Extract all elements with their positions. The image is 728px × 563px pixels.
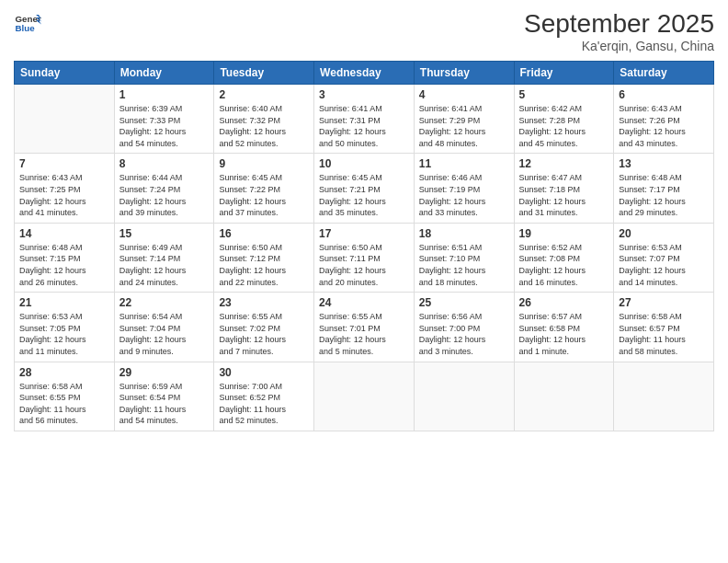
location: Ka'erqin, Gansu, China (524, 39, 714, 53)
calendar-day: 13Sunrise: 6:48 AMSunset: 7:17 PMDayligh… (614, 154, 714, 223)
calendar-day: 10Sunrise: 6:45 AMSunset: 7:21 PMDayligh… (314, 154, 415, 223)
calendar-day: 29Sunrise: 6:59 AMSunset: 6:54 PMDayligh… (114, 362, 214, 431)
day-info: Sunrise: 6:56 AMSunset: 7:00 PMDaylight:… (419, 311, 509, 357)
calendar-day: 28Sunrise: 6:58 AMSunset: 6:55 PMDayligh… (15, 362, 115, 431)
day-info: Sunrise: 6:58 AMSunset: 6:55 PMDaylight:… (19, 381, 109, 427)
day-number: 18 (419, 227, 509, 240)
header-monday: Monday (114, 62, 214, 85)
day-number: 21 (19, 296, 109, 309)
calendar-day: 6Sunrise: 6:43 AMSunset: 7:26 PMDaylight… (614, 85, 714, 154)
day-info: Sunrise: 6:42 AMSunset: 7:28 PMDaylight:… (519, 103, 609, 149)
calendar-day: 16Sunrise: 6:50 AMSunset: 7:12 PMDayligh… (214, 223, 314, 292)
day-info: Sunrise: 6:50 AMSunset: 7:12 PMDaylight:… (219, 242, 309, 288)
title-block: September 2025 Ka'erqin, Gansu, China (524, 9, 714, 53)
day-number: 26 (519, 296, 609, 309)
header-sunday: Sunday (15, 62, 115, 85)
day-number: 5 (519, 88, 609, 101)
day-number: 4 (419, 88, 509, 101)
calendar-header-row: Sunday Monday Tuesday Wednesday Thursday… (15, 62, 714, 85)
calendar-day: 14Sunrise: 6:48 AMSunset: 7:15 PMDayligh… (15, 223, 115, 292)
calendar-day: 9Sunrise: 6:45 AMSunset: 7:22 PMDaylight… (214, 154, 314, 223)
day-info: Sunrise: 6:46 AMSunset: 7:19 PMDaylight:… (419, 172, 509, 218)
calendar-day (514, 362, 614, 431)
calendar-week-1: 1Sunrise: 6:39 AMSunset: 7:33 PMDaylight… (15, 85, 714, 154)
day-info: Sunrise: 6:47 AMSunset: 7:18 PMDaylight:… (519, 172, 609, 218)
day-info: Sunrise: 6:48 AMSunset: 7:15 PMDaylight:… (19, 242, 109, 288)
day-info: Sunrise: 6:53 AMSunset: 7:07 PMDaylight:… (619, 242, 709, 288)
day-number: 15 (119, 227, 210, 240)
calendar-day: 18Sunrise: 6:51 AMSunset: 7:10 PMDayligh… (414, 223, 514, 292)
day-info: Sunrise: 6:54 AMSunset: 7:04 PMDaylight:… (119, 311, 210, 357)
day-info: Sunrise: 6:48 AMSunset: 7:17 PMDaylight:… (619, 172, 709, 218)
day-number: 22 (119, 296, 210, 309)
day-number: 23 (219, 296, 309, 309)
day-number: 20 (619, 227, 709, 240)
day-info: Sunrise: 6:44 AMSunset: 7:24 PMDaylight:… (119, 172, 210, 218)
calendar-day: 15Sunrise: 6:49 AMSunset: 7:14 PMDayligh… (114, 223, 214, 292)
day-number: 6 (619, 88, 709, 101)
day-info: Sunrise: 6:49 AMSunset: 7:14 PMDaylight:… (119, 242, 210, 288)
calendar-day: 23Sunrise: 6:55 AMSunset: 7:02 PMDayligh… (214, 293, 314, 362)
header-tuesday: Tuesday (214, 62, 314, 85)
day-number: 3 (319, 88, 409, 101)
calendar-day: 19Sunrise: 6:52 AMSunset: 7:08 PMDayligh… (514, 223, 614, 292)
header-saturday: Saturday (614, 62, 714, 85)
calendar-day: 27Sunrise: 6:58 AMSunset: 6:57 PMDayligh… (614, 293, 714, 362)
calendar-day (314, 362, 415, 431)
day-info: Sunrise: 6:59 AMSunset: 6:54 PMDaylight:… (119, 381, 210, 427)
month-title: September 2025 (524, 9, 714, 39)
day-info: Sunrise: 6:45 AMSunset: 7:21 PMDaylight:… (319, 172, 409, 218)
day-number: 13 (619, 157, 709, 170)
calendar-day (414, 362, 514, 431)
day-number: 29 (119, 366, 210, 379)
day-number: 30 (219, 366, 309, 379)
calendar-day (15, 85, 115, 154)
header-thursday: Thursday (414, 62, 514, 85)
calendar-table: Sunday Monday Tuesday Wednesday Thursday… (14, 61, 714, 431)
calendar-day: 17Sunrise: 6:50 AMSunset: 7:11 PMDayligh… (314, 223, 415, 292)
calendar-week-5: 28Sunrise: 6:58 AMSunset: 6:55 PMDayligh… (15, 362, 714, 431)
header: General Blue September 2025 Ka'erqin, Ga… (14, 9, 714, 53)
day-number: 27 (619, 296, 709, 309)
day-info: Sunrise: 7:00 AMSunset: 6:52 PMDaylight:… (219, 381, 309, 427)
day-number: 1 (119, 88, 210, 101)
calendar-day: 30Sunrise: 7:00 AMSunset: 6:52 PMDayligh… (214, 362, 314, 431)
day-info: Sunrise: 6:43 AMSunset: 7:26 PMDaylight:… (619, 103, 709, 149)
calendar-day: 21Sunrise: 6:53 AMSunset: 7:05 PMDayligh… (15, 293, 115, 362)
header-wednesday: Wednesday (314, 62, 415, 85)
day-number: 9 (219, 157, 309, 170)
calendar-day: 11Sunrise: 6:46 AMSunset: 7:19 PMDayligh… (414, 154, 514, 223)
calendar-day: 5Sunrise: 6:42 AMSunset: 7:28 PMDaylight… (514, 85, 614, 154)
logo-icon: General Blue (14, 9, 41, 37)
day-info: Sunrise: 6:53 AMSunset: 7:05 PMDaylight:… (19, 311, 109, 357)
page: General Blue September 2025 Ka'erqin, Ga… (0, 0, 728, 563)
calendar-day: 2Sunrise: 6:40 AMSunset: 7:32 PMDaylight… (214, 85, 314, 154)
calendar-week-2: 7Sunrise: 6:43 AMSunset: 7:25 PMDaylight… (15, 154, 714, 223)
day-number: 14 (19, 227, 109, 240)
calendar-day: 8Sunrise: 6:44 AMSunset: 7:24 PMDaylight… (114, 154, 214, 223)
calendar-day: 20Sunrise: 6:53 AMSunset: 7:07 PMDayligh… (614, 223, 714, 292)
day-number: 8 (119, 157, 210, 170)
day-number: 2 (219, 88, 309, 101)
day-info: Sunrise: 6:52 AMSunset: 7:08 PMDaylight:… (519, 242, 609, 288)
day-info: Sunrise: 6:45 AMSunset: 7:22 PMDaylight:… (219, 172, 309, 218)
day-info: Sunrise: 6:55 AMSunset: 7:01 PMDaylight:… (319, 311, 409, 357)
day-info: Sunrise: 6:57 AMSunset: 6:58 PMDaylight:… (519, 311, 609, 357)
day-number: 12 (519, 157, 609, 170)
day-info: Sunrise: 6:43 AMSunset: 7:25 PMDaylight:… (19, 172, 109, 218)
calendar-day: 4Sunrise: 6:41 AMSunset: 7:29 PMDaylight… (414, 85, 514, 154)
day-number: 25 (419, 296, 509, 309)
svg-text:Blue: Blue (16, 23, 36, 33)
calendar-day: 3Sunrise: 6:41 AMSunset: 7:31 PMDaylight… (314, 85, 415, 154)
calendar-week-4: 21Sunrise: 6:53 AMSunset: 7:05 PMDayligh… (15, 293, 714, 362)
calendar-day: 24Sunrise: 6:55 AMSunset: 7:01 PMDayligh… (314, 293, 415, 362)
day-info: Sunrise: 6:41 AMSunset: 7:31 PMDaylight:… (319, 103, 409, 149)
calendar-day: 25Sunrise: 6:56 AMSunset: 7:00 PMDayligh… (414, 293, 514, 362)
day-info: Sunrise: 6:51 AMSunset: 7:10 PMDaylight:… (419, 242, 509, 288)
day-number: 24 (319, 296, 409, 309)
day-info: Sunrise: 6:58 AMSunset: 6:57 PMDaylight:… (619, 311, 709, 357)
day-number: 19 (519, 227, 609, 240)
day-number: 17 (319, 227, 409, 240)
day-info: Sunrise: 6:41 AMSunset: 7:29 PMDaylight:… (419, 103, 509, 149)
day-number: 16 (219, 227, 309, 240)
